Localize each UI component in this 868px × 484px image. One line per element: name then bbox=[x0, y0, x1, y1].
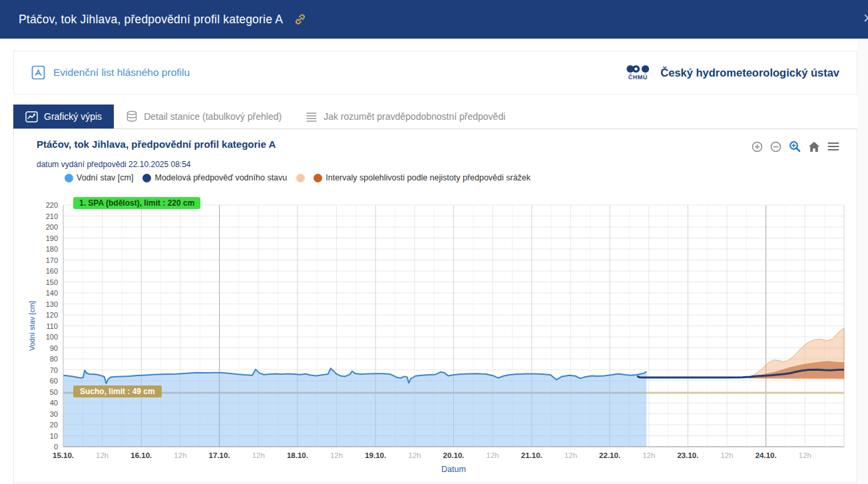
chart-title: Ptáčov, tok Jihlava, předpovědní profil … bbox=[37, 138, 276, 150]
database-icon bbox=[126, 111, 138, 122]
chart-canvas[interactable]: 0102030405060708090100110120130140150160… bbox=[14, 196, 857, 483]
y-tick-label: 160 bbox=[46, 267, 58, 275]
zoom-in-icon bbox=[752, 141, 763, 152]
y-tick-label: 180 bbox=[46, 245, 58, 253]
y-tick-label: 210 bbox=[46, 212, 58, 220]
legend-item[interactable]: Modelová předpověď vodního stavu bbox=[142, 173, 287, 182]
y-tick-label: 200 bbox=[46, 223, 58, 231]
legend-label: Intervaly spolehlivosti podle nejistoty … bbox=[326, 173, 531, 182]
x-tick-label: 12h bbox=[96, 451, 108, 459]
y-tick-label: 150 bbox=[46, 278, 58, 286]
zoom-out-icon bbox=[770, 141, 781, 152]
tab-detail-stanice[interactable]: Detail stanice (tabulkový přehled) bbox=[114, 105, 294, 128]
legend: Vodní stav [cm]Modelová předpověď vodníh… bbox=[65, 173, 540, 182]
x-tick-label: 12h bbox=[408, 451, 421, 459]
legend-swatch bbox=[142, 174, 151, 182]
y-tick-label: 20 bbox=[50, 421, 58, 429]
y-tick-label: 120 bbox=[46, 311, 58, 319]
hamburger-icon bbox=[827, 142, 839, 151]
pdf-icon bbox=[31, 65, 45, 80]
x-tick-label: 22.10. bbox=[599, 451, 620, 459]
chart-toolbar bbox=[752, 140, 839, 152]
legend-item[interactable]: Intervaly spolehlivosti podle nejistoty … bbox=[314, 173, 531, 182]
x-axis-title: Datum bbox=[441, 465, 466, 474]
tab-jak-rozumet[interactable]: Jak rozumět pravděpodobnostní předpovědi bbox=[294, 105, 517, 128]
home-icon bbox=[808, 141, 820, 152]
x-tick-label: 16.10. bbox=[130, 451, 152, 459]
info-row: Evidenční list hlásného profilu ČHMÚ Čes… bbox=[13, 51, 857, 95]
chmu-logo-icon: ČHMÚ bbox=[623, 65, 652, 81]
y-tick-label: 110 bbox=[46, 322, 58, 330]
legend-item[interactable] bbox=[296, 174, 308, 182]
chmu-abbr: ČHMÚ bbox=[628, 74, 648, 81]
x-tick-label: 23.10. bbox=[677, 451, 698, 459]
box-zoom-button[interactable] bbox=[789, 140, 801, 152]
link-icon bbox=[294, 13, 307, 26]
y-tick-label: 10 bbox=[50, 432, 58, 440]
y-tick-label: 70 bbox=[50, 366, 58, 374]
y-axis-title: Vodní stav [cm] bbox=[28, 301, 36, 351]
org-branding: ČHMÚ Český hydrometeorologický ústav bbox=[623, 65, 839, 81]
y-tick-label: 90 bbox=[50, 344, 58, 352]
observed-area-fill bbox=[63, 368, 646, 447]
y-tick-label: 220 bbox=[46, 201, 58, 209]
y-tick-label: 80 bbox=[50, 355, 58, 363]
y-tick-label: 190 bbox=[46, 234, 58, 242]
legend-item[interactable]: Vodní stav [cm] bbox=[65, 173, 133, 182]
legend-swatch bbox=[65, 174, 73, 182]
x-tick-label: 18.10. bbox=[287, 451, 308, 459]
x-tick-label: 12h bbox=[487, 451, 499, 459]
x-tick-label: 12h bbox=[564, 451, 577, 459]
x-tick-label: 12h bbox=[799, 451, 811, 459]
tab-bar: Grafický výpis Detail stanice (tabulkový… bbox=[13, 105, 857, 129]
tab-graficky-vypis[interactable]: Grafický výpis bbox=[13, 105, 114, 128]
window-title: Ptáčov, tok Jihlava, předpovědní profil … bbox=[19, 13, 283, 27]
list-icon bbox=[306, 111, 318, 122]
y-tick-label: 130 bbox=[46, 300, 58, 308]
y-tick-label: 0 bbox=[54, 443, 58, 451]
x-tick-label: 12h bbox=[252, 451, 265, 459]
permalink-button[interactable] bbox=[294, 13, 307, 26]
zoom-in-button[interactable] bbox=[752, 141, 763, 152]
x-tick-label: 17.10. bbox=[209, 451, 230, 459]
chart-panel: Ptáčov, tok Jihlava, předpovědní profil … bbox=[13, 129, 857, 483]
close-icon[interactable]: ✕ bbox=[863, 11, 868, 26]
tab-label: Detail stanice (tabulkový přehled) bbox=[144, 111, 282, 122]
x-tick-label: 15.10. bbox=[53, 451, 74, 459]
chart-tab-icon bbox=[25, 111, 38, 122]
reset-view-button[interactable] bbox=[808, 141, 820, 152]
y-tick-label: 40 bbox=[50, 399, 58, 407]
x-tick-label: 12h bbox=[330, 451, 343, 459]
legend-label: Modelová předpověď vodního stavu bbox=[154, 173, 287, 182]
pdf-report-link[interactable]: Evidenční list hlásného profilu bbox=[31, 65, 190, 80]
pdf-link-label: Evidenční list hlásného profilu bbox=[53, 67, 190, 79]
y-tick-label: 50 bbox=[50, 388, 58, 396]
x-tick-label: 19.10. bbox=[365, 451, 386, 459]
y-tick-label: 30 bbox=[50, 410, 58, 418]
x-tick-label: 12h bbox=[174, 451, 186, 459]
legend-swatch bbox=[314, 174, 322, 182]
magnifier-plus-icon bbox=[789, 140, 801, 152]
spa-limit-annotation: 1. SPA (bdělost), limit : 220 cm bbox=[73, 197, 200, 209]
sucho-limit-annotation: Sucho, limit : 49 cm bbox=[73, 385, 162, 397]
forecast-issued-timestamp: datum vydání předpovědi 22.10.2025 08:54 bbox=[37, 160, 191, 169]
x-tick-label: 24.10. bbox=[756, 451, 777, 459]
y-tick-label: 140 bbox=[46, 289, 58, 297]
page-gutter bbox=[857, 39, 868, 484]
legend-label: Vodní stav [cm] bbox=[77, 173, 133, 182]
window-header: Ptáčov, tok Jihlava, předpovědní profil … bbox=[0, 0, 868, 39]
x-tick-label: 21.10. bbox=[521, 451, 542, 459]
zoom-out-button[interactable] bbox=[770, 141, 781, 152]
tab-label: Grafický výpis bbox=[44, 111, 102, 122]
y-tick-label: 100 bbox=[46, 333, 58, 341]
org-name: Český hydrometeorologický ústav bbox=[660, 67, 839, 81]
y-tick-label: 170 bbox=[46, 256, 58, 264]
x-tick-label: 20.10. bbox=[443, 451, 465, 459]
x-tick-label: 12h bbox=[642, 451, 655, 459]
legend-swatch bbox=[296, 174, 305, 182]
menu-button[interactable] bbox=[827, 142, 839, 151]
tab-label: Jak rozumět pravděpodobnostní předpovědi bbox=[324, 111, 505, 122]
x-tick-label: 12h bbox=[720, 451, 733, 459]
y-tick-label: 60 bbox=[50, 377, 58, 385]
